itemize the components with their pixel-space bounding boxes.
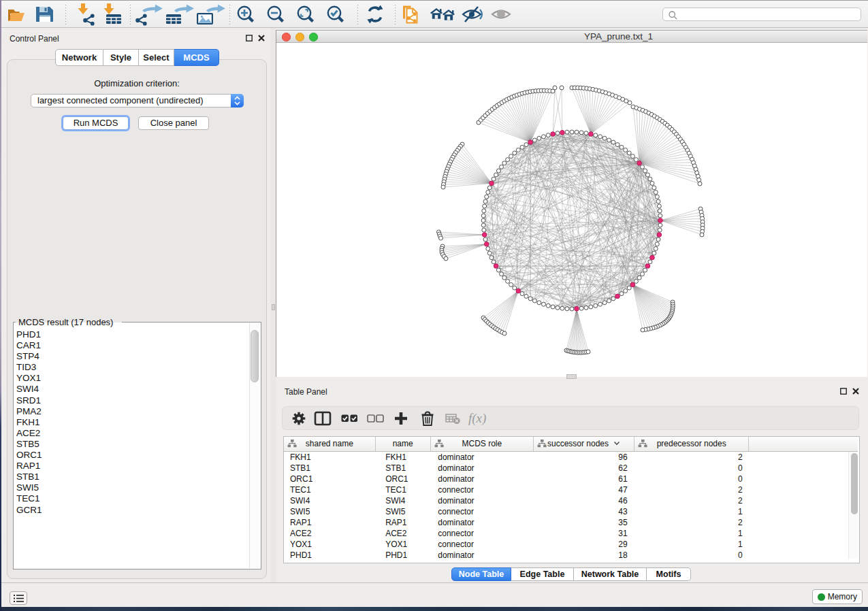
svg-text:f(x): f(x) bbox=[468, 411, 486, 426]
